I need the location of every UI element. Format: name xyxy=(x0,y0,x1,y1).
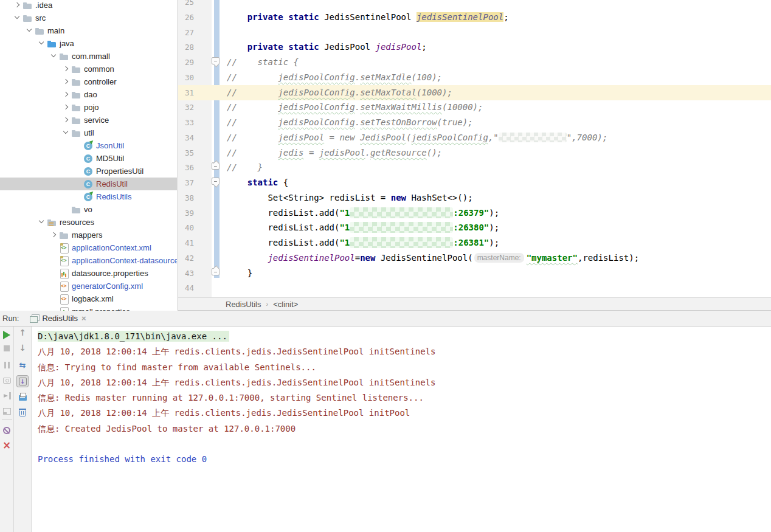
breadcrumb: RedisUtils›<clinit> xyxy=(178,297,771,311)
dump-threads-button[interactable] xyxy=(1,375,13,387)
fold-marker-icon[interactable] xyxy=(212,162,220,170)
code-line[interactable]: 37 static { xyxy=(178,175,771,190)
chevron-down-icon[interactable] xyxy=(12,13,22,23)
line-number: 39 xyxy=(178,206,194,221)
chevron-right-icon[interactable] xyxy=(61,89,71,100)
code-line[interactable]: 42 jedisSentinelPool=new JedisSentinelPo… xyxy=(178,250,771,266)
code-line[interactable]: 31// jedisPoolConfig.setMaxTotal(1000); xyxy=(178,85,771,100)
chevron-spacer xyxy=(49,281,59,291)
code-token: :26381" xyxy=(453,238,489,247)
breadcrumb-item[interactable]: <clinit> xyxy=(273,300,298,309)
code-line[interactable]: 26 private static JedisSentinelPool jedi… xyxy=(178,10,771,25)
code-token: static xyxy=(247,178,278,187)
tree-item-resources[interactable]: resources xyxy=(0,216,177,229)
code-line[interactable]: 41 redisList.add("1:26381"); xyxy=(178,235,771,250)
code-text: Set<String> redisList = new HashSet<>(); xyxy=(227,190,473,206)
tree-item-propertiesutil[interactable]: PropertiesUtil xyxy=(0,165,177,178)
tree-item-controller[interactable]: controller xyxy=(0,75,177,88)
code-line[interactable]: 34// jedisPool = new JedisPool(jedisPool… xyxy=(178,130,771,145)
chevron-right-icon[interactable] xyxy=(61,115,71,125)
tree-item-dao[interactable]: dao xyxy=(0,88,177,101)
chevron-right-icon[interactable] xyxy=(61,64,71,74)
tree-item-service[interactable]: service xyxy=(0,114,177,126)
code-line[interactable]: 44 xyxy=(178,280,771,295)
code-text: // } xyxy=(227,160,263,175)
code-line[interactable]: 38 Set<String> redisList = new HashSet<>… xyxy=(178,190,771,206)
tree-item-main[interactable]: main xyxy=(0,24,177,37)
stop-icon xyxy=(4,345,10,351)
mute-breakpoints-button[interactable] xyxy=(1,424,13,437)
tree-item-pojo[interactable]: pojo xyxy=(0,101,177,114)
tree-item-src[interactable]: src xyxy=(0,12,177,24)
print-button[interactable] xyxy=(16,390,29,402)
chevron-down-icon[interactable] xyxy=(36,38,47,49)
clear-all-button[interactable] xyxy=(16,406,29,418)
tree-item-vo[interactable]: vo xyxy=(0,203,177,216)
chevron-down-icon[interactable] xyxy=(24,26,35,36)
run-tab[interactable]: RedisUtils × xyxy=(26,311,89,326)
code-editor[interactable]: 2526 private static JedisSentinelPool je… xyxy=(178,0,771,297)
code-line[interactable]: 43 } xyxy=(178,266,771,281)
run-panel-label: Run: xyxy=(2,314,19,323)
tree-item-mappers[interactable]: mappers xyxy=(0,229,177,241)
chevron-down-icon[interactable] xyxy=(36,217,47,227)
console-command-text: D:\java\jdk1.8.0_171\bin\java.exe ... xyxy=(38,331,229,342)
code-token: // xyxy=(227,133,278,142)
code-line[interactable]: 30// jedisPoolConfig.setMaxIdle(100); xyxy=(178,70,771,85)
chevron-right-icon[interactable] xyxy=(12,0,22,10)
tree-item-logback-xml[interactable]: logback.xml xyxy=(0,292,177,305)
tree-item-datasource-properties[interactable]: datasource.properties xyxy=(0,267,177,280)
code-token: // xyxy=(227,102,278,112)
exit-button[interactable] xyxy=(1,390,13,402)
fold-marker-icon[interactable] xyxy=(212,178,220,185)
tree-item-redisutil[interactable]: RedisUtil xyxy=(0,178,177,190)
code-line[interactable]: 29// static { xyxy=(178,55,771,70)
code-line[interactable]: 39 redisList.add("1:26379"); xyxy=(178,206,771,221)
code-line[interactable]: 28 private static JedisPool jedisPool; xyxy=(178,40,771,55)
tree-item-applicationcontext-xml[interactable]: applicationContext.xml xyxy=(0,241,177,254)
code-line[interactable]: 25 xyxy=(178,0,771,10)
close-icon: × xyxy=(2,440,11,451)
soft-wrap-button[interactable]: ⇆ xyxy=(16,359,29,371)
tree-item-md5util[interactable]: MD5Util xyxy=(0,152,177,165)
down-stack-trace-button[interactable]: ↓ xyxy=(16,342,29,354)
code-text: redisList.add("1:26379"); xyxy=(227,206,499,221)
tree-item--idea[interactable]: .idea xyxy=(0,0,177,12)
tree-item-common[interactable]: common xyxy=(0,63,177,75)
chevron-right-icon[interactable] xyxy=(61,77,71,87)
fold-marker-icon[interactable] xyxy=(212,268,220,275)
code-line[interactable]: 27 xyxy=(178,25,771,40)
close-tab-icon[interactable]: × xyxy=(81,314,86,322)
chevron-down-icon[interactable] xyxy=(49,51,59,61)
console-output[interactable]: D:\java\jdk1.8.0_171\bin\java.exe ...八月 … xyxy=(32,326,771,532)
tree-item-applicationcontext-datasource-[interactable]: applicationContext-datasource. xyxy=(0,254,177,267)
xml-icon xyxy=(59,294,69,304)
pause-output-button[interactable] xyxy=(1,359,13,371)
tree-item-mmall-properties[interactable]: mmall.properties xyxy=(0,305,177,311)
tree-item-jsonutil[interactable]: JsonUtil xyxy=(0,139,177,152)
restore-layout-button[interactable] xyxy=(1,405,13,417)
chevron-right-icon[interactable] xyxy=(61,102,71,112)
chevron-down-icon[interactable] xyxy=(61,128,71,138)
tree-item-redisutils[interactable]: RedisUtils xyxy=(0,190,177,203)
tree-item-label: datasource.properties xyxy=(72,269,148,278)
rerun-button[interactable] xyxy=(1,329,13,341)
code-line[interactable]: 33// jedisPoolConfig.setTestOnBorrow(tru… xyxy=(178,115,771,130)
code-line[interactable]: 40 redisList.add("1:26380"); xyxy=(178,220,771,235)
folder-icon xyxy=(71,64,81,74)
up-stack-trace-button[interactable]: ↑ xyxy=(16,326,29,339)
close-button[interactable]: × xyxy=(1,439,13,451)
code-line[interactable]: 36// } xyxy=(178,160,771,175)
tree-item-util[interactable]: util xyxy=(0,126,177,139)
tree-item-java[interactable]: java xyxy=(0,37,177,50)
tree-item-com-mmall[interactable]: com.mmall xyxy=(0,50,177,63)
scroll-to-end-button[interactable]: ↓ xyxy=(16,375,29,387)
code-token: (true); xyxy=(437,117,473,127)
code-line[interactable]: 32// jedisPoolConfig.setMaxWaitMillis(10… xyxy=(178,100,771,115)
stop-button[interactable] xyxy=(1,342,13,354)
chevron-right-icon[interactable] xyxy=(49,230,59,240)
fold-marker-icon[interactable] xyxy=(212,57,220,64)
breadcrumb-item[interactable]: RedisUtils xyxy=(226,300,261,309)
code-line[interactable]: 35// jedis = jedisPool.getResource(); xyxy=(178,145,771,161)
tree-item-generatorconfig-xml[interactable]: generatorConfig.xml xyxy=(0,280,177,292)
